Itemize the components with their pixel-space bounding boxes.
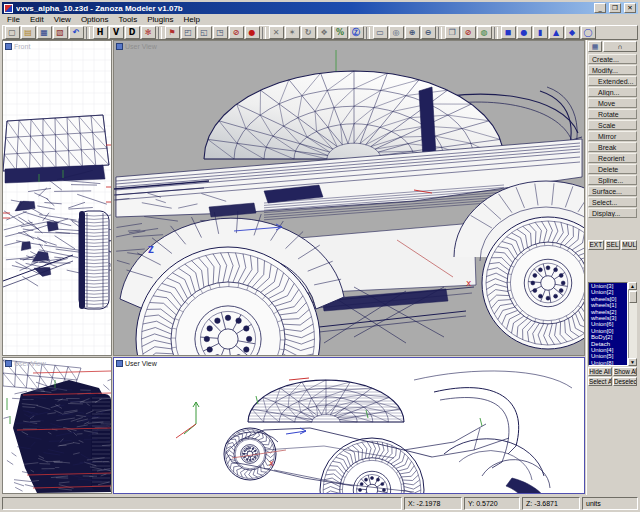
render-sphere-button[interactable]: ● [245,26,260,39]
view-box-3-button[interactable]: ◳ [213,26,228,39]
window-title: vxvs_alpha_10.z3d - Zanoza Modeler v1.07… [16,4,591,13]
zmodeler-tool-button[interactable]: Ⓩ [349,26,364,39]
viewport-front-icon[interactable] [5,43,12,50]
render-sphere-icon: ● [249,29,256,37]
new-document-button[interactable]: ▢ [5,26,20,39]
mode-button[interactable]: MUL [621,240,637,250]
select-circle-button[interactable]: ◎ [389,26,404,39]
zoom-in-button[interactable]: ⊕ [405,26,420,39]
toolbar-separator [494,27,498,39]
primitive-box-button[interactable]: ◼ [501,26,516,39]
star-tool-button[interactable]: ✶ [285,26,300,39]
mode-button[interactable]: SEL [605,240,621,250]
panel-mode-button[interactable]: ▦ [588,41,602,52]
toolbar-separator [366,27,370,39]
zoom-out-button[interactable]: ⊖ [421,26,436,39]
primitive-sphere-icon: ● [521,29,528,37]
view-disable-button[interactable]: ⊘ [229,26,244,39]
menu-item[interactable]: Options [76,14,114,25]
view-box-1-button[interactable]: ◰ [181,26,196,39]
save-copy-icon: ▧ [56,29,64,37]
mirror-tool-button[interactable]: % [333,26,348,39]
primitive-torus-button[interactable]: ◯ [581,26,596,39]
command-menu-item[interactable]: Mirror [588,131,637,141]
command-menu-item[interactable]: Modify... [588,65,637,75]
delete-tool-button[interactable]: ✕ [269,26,284,39]
panel-scroll-up-button[interactable]: ∩ [603,41,637,52]
menu-item[interactable]: Edit [25,14,49,25]
command-menu-item[interactable]: Align... [588,87,637,97]
save-copy-button[interactable]: ▧ [53,26,68,39]
scroll-track[interactable] [628,290,637,358]
primitive-cone-button[interactable]: ▲ [549,26,564,39]
close-button[interactable]: ✕ [624,3,636,13]
viewport-detail-icon[interactable] [5,360,12,367]
svg-text:Z: Z [148,246,154,255]
primitive-cylinder-button[interactable]: ▮ [533,26,548,39]
command-menu-item[interactable]: Delete [588,164,637,174]
command-menu-item[interactable]: Display... [588,208,637,218]
select-rectangle-button[interactable]: ▭ [373,26,388,39]
main-viewport-canvas[interactable]: xZ [114,41,584,355]
object-list: Union[3]Union[2]wheels[0]wheels[1]wheels… [588,282,637,366]
disable-tool-button[interactable]: ⊘ [461,26,476,39]
viewport-main-icon[interactable] [116,43,123,50]
command-menu-item[interactable]: Spline... [588,175,637,185]
window-tool-button[interactable]: ❐ [445,26,460,39]
front-viewport-canvas[interactable] [3,41,111,355]
filter-button[interactable]: ✻ [141,26,156,39]
command-menu-item[interactable]: Move [588,98,637,108]
world-tool-button[interactable]: ◍ [477,26,492,39]
show-all-button[interactable]: Show All [613,367,637,376]
zoom-in-icon: ⊕ [409,29,416,37]
viewport-front[interactable]: Front [2,40,112,356]
menu-item[interactable]: Help [178,14,204,25]
command-menu-item[interactable]: Break [588,142,637,152]
minimize-button[interactable]: _ [594,3,606,13]
menu-item[interactable]: View [49,14,76,25]
toggle-v-button[interactable]: V [109,26,124,39]
command-menu-item[interactable]: Extended... [588,76,637,86]
scroll-thumb[interactable] [629,291,637,303]
viewport-detail[interactable]: User View [2,357,112,494]
primitive-plane-button[interactable]: ◆ [565,26,580,39]
menu-item[interactable]: File [2,14,25,25]
user-viewport-canvas[interactable]: x [114,358,584,493]
open-file-button[interactable]: ▤ [21,26,36,39]
title-bar[interactable]: vxvs_alpha_10.z3d - Zanoza Modeler v1.07… [2,2,638,14]
rotate-tool-button[interactable]: ↻ [301,26,316,39]
menu-item[interactable]: Tools [113,14,142,25]
mirror-tool-icon: % [336,29,344,37]
maximize-button[interactable]: ❐ [609,3,621,13]
toggle-h-button[interactable]: H [93,26,108,39]
command-menu-item[interactable]: Create... [588,54,637,64]
viewport-main[interactable]: xZ User View [113,40,585,356]
viewport-user-icon[interactable] [116,360,123,367]
scroll-up-arrow[interactable]: ▲ [628,282,637,290]
snap-tool-button[interactable]: ❖ [317,26,332,39]
command-menu-item[interactable]: Reorient [588,153,637,163]
command-menu-item[interactable]: Rotate [588,109,637,119]
command-menu-item[interactable]: Select... [588,197,637,207]
detail-viewport-canvas[interactable] [3,358,111,493]
view-box-2-button[interactable]: ◱ [197,26,212,39]
list-action-buttons: Hide All Show All Select All Deselect [588,367,637,386]
toolbar: ▢▤▦▧↶HVD✻⚑◰◱◳⊘●✕✶↻❖%Ⓩ▭◎⊕⊖❐⊘◍◼●▮▲◆◯ [2,25,638,40]
object-list-rows: Union[3]Union[2]wheels[0]wheels[1]wheels… [588,282,628,366]
command-menu-item[interactable]: Scale [588,120,637,130]
scroll-down-arrow[interactable]: ▼ [628,358,637,366]
flag-button[interactable]: ⚑ [165,26,180,39]
toggle-d-button[interactable]: D [125,26,140,39]
object-list-item[interactable]: Union[8] [589,360,627,366]
reload-button[interactable]: ↶ [69,26,84,39]
primitive-sphere-button[interactable]: ● [517,26,532,39]
status-units: units [582,497,638,510]
deselect-button[interactable]: Deselect [613,377,637,386]
mode-button[interactable]: EXT [588,240,604,250]
menu-item[interactable]: Plugins [142,14,178,25]
viewport-user[interactable]: x User View [113,357,585,494]
hide-all-button[interactable]: Hide All [588,367,612,376]
save-file-button[interactable]: ▦ [37,26,52,39]
select-all-button[interactable]: Select All [588,377,612,386]
command-menu-item[interactable]: Surface... [588,186,637,196]
